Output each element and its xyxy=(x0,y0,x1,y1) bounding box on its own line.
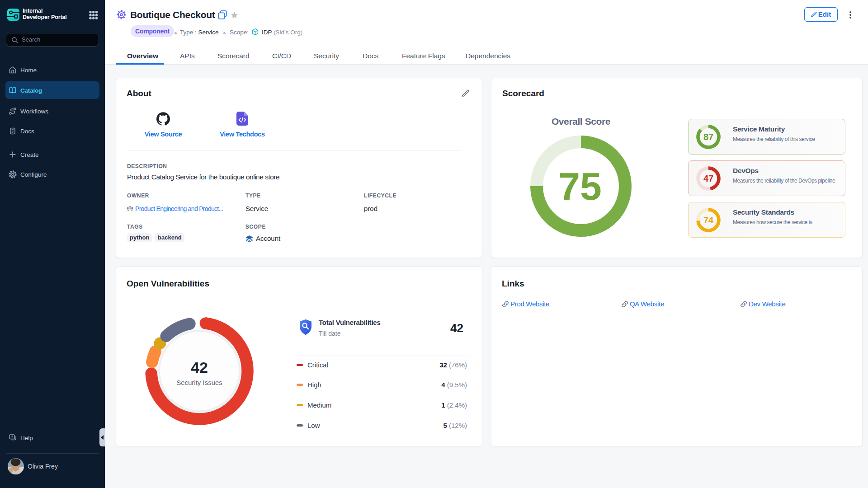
svg-text:47: 47 xyxy=(703,174,713,183)
svg-text:87: 87 xyxy=(703,132,713,142)
svg-text:?: ? xyxy=(11,435,13,439)
svg-text:74: 74 xyxy=(703,215,714,225)
